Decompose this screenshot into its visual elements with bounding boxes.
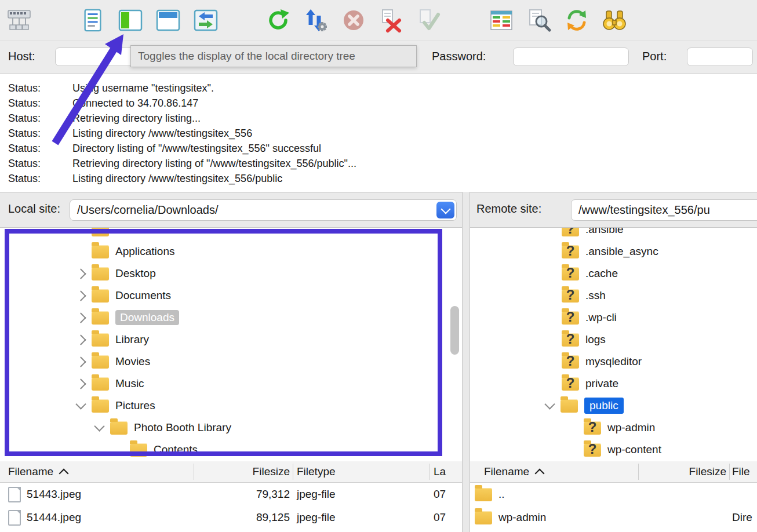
tree-item-library[interactable]: Library <box>0 329 462 351</box>
file-row[interactable]: 51443.jpeg 79,312 jpeg-file 07 <box>0 483 462 506</box>
unknown-folder-icon <box>562 245 579 258</box>
refresh-icon <box>265 8 291 33</box>
tree-item-wp-admin[interactable]: wp-admin <box>470 417 757 439</box>
chevron-right-icon[interactable] <box>70 336 92 344</box>
tree-item-contents[interactable]: Contents <box>0 439 462 461</box>
tree-item-pictures[interactable]: Pictures <box>0 395 462 417</box>
file-type: jpeg-file <box>297 483 336 506</box>
column-separator[interactable] <box>729 464 730 480</box>
folder-icon <box>561 399 578 413</box>
unknown-folder-icon <box>562 267 579 280</box>
unknown-folder-icon <box>562 355 579 369</box>
folder-icon <box>92 355 109 369</box>
tree-item-music[interactable]: Music <box>0 373 462 395</box>
port-input[interactable] <box>687 48 753 66</box>
column-separator[interactable] <box>430 464 430 480</box>
process-queue-button[interactable] <box>303 8 329 33</box>
find-files-button[interactable] <box>602 8 627 33</box>
transfer-queue-toggle-button[interactable] <box>193 8 219 33</box>
message-log-toggle-button[interactable] <box>80 8 105 33</box>
find-files-icon <box>602 8 627 33</box>
local-tree-toggle-button[interactable] <box>118 8 143 33</box>
status-line: Status:Connected to 34.70.86.147 <box>0 96 757 111</box>
tree-item-ansible-async[interactable]: .ansible_async <box>470 241 757 263</box>
column-separator[interactable] <box>293 464 293 480</box>
directory-comparison-button[interactable] <box>489 8 514 33</box>
tree-item-wp-cli[interactable]: .wp-cli <box>470 307 757 329</box>
tree-item-public[interactable]: public <box>470 395 757 417</box>
folder-icon <box>110 421 128 435</box>
tree-item-mysqleditor[interactable]: mysqleditor <box>470 351 757 373</box>
column-filetype[interactable]: File <box>732 461 750 482</box>
chevron-down-icon[interactable] <box>70 403 92 408</box>
folder-icon <box>475 506 492 529</box>
directory-filter-icon <box>526 8 552 33</box>
tree-item-downloads[interactable]: Downloads <box>0 307 462 329</box>
column-last-modified[interactable]: La <box>434 461 446 482</box>
cancel-button[interactable] <box>341 8 366 33</box>
reconnect-button[interactable] <box>416 8 442 33</box>
tree-item-applications[interactable]: Applications <box>0 241 462 263</box>
tree-item-ssh[interactable]: .ssh <box>470 285 757 307</box>
file-row[interactable]: .. <box>470 483 757 506</box>
directory-filter-button[interactable] <box>526 8 552 33</box>
remote-site-combo[interactable]: /www/testingsitex_556/pu <box>571 199 757 221</box>
unknown-folder-icon <box>584 443 601 457</box>
column-filesize[interactable]: Filesize <box>642 461 726 482</box>
status-line: Status:Using username "testingsitex". <box>0 81 757 96</box>
tree-row-clipped[interactable] <box>0 228 462 241</box>
file-size: 89,125 <box>197 506 290 529</box>
remote-directory-tree: .ansible .ansible_async .cache .ssh .wp-… <box>470 228 757 461</box>
file-row[interactable]: 51444.jpeg 89,125 jpeg-file 07 <box>0 506 462 529</box>
site-header-row: Local site: /Users/cornelia/Downloads/ R… <box>0 192 757 228</box>
folder-icon <box>92 377 109 391</box>
column-filesize[interactable]: Filesize <box>197 461 290 482</box>
column-separator[interactable] <box>194 464 194 480</box>
process-queue-icon <box>303 8 329 33</box>
tree-item-private[interactable]: private <box>470 373 757 395</box>
sort-asc-icon <box>59 468 69 478</box>
refresh-button[interactable] <box>265 8 291 33</box>
chevron-right-icon[interactable] <box>70 292 92 300</box>
tree-item-movies[interactable]: Movies <box>0 351 462 373</box>
chevron-right-icon[interactable] <box>70 314 92 322</box>
local-site-combo[interactable]: /Users/cornelia/Downloads/ <box>70 199 457 221</box>
local-file-list: 51443.jpeg 79,312 jpeg-file 07 51444.jpe… <box>0 483 462 532</box>
panel-splitter[interactable] <box>462 192 470 532</box>
chevron-down-icon[interactable] <box>538 403 561 408</box>
password-input[interactable] <box>513 48 629 66</box>
chevron-right-icon[interactable] <box>70 380 92 388</box>
chevron-right-icon[interactable] <box>70 270 92 278</box>
site-manager-button[interactable] <box>6 8 32 33</box>
tree-item-cache[interactable]: .cache <box>470 263 757 285</box>
tree-item-documents[interactable]: Documents <box>0 285 462 307</box>
password-label: Password: <box>432 50 486 63</box>
unknown-folder-icon <box>562 311 579 325</box>
synchronized-browsing-icon <box>564 8 589 33</box>
tooltip: Toggles the display of the local directo… <box>130 45 417 67</box>
file-row[interactable]: wp-admin Dire <box>470 506 757 529</box>
synchronized-browsing-button[interactable] <box>564 8 589 33</box>
column-filetype[interactable]: Filetype <box>297 461 336 482</box>
tree-item-ansible[interactable]: .ansible <box>470 228 757 241</box>
tree-item-wp-content[interactable]: wp-content <box>470 439 757 461</box>
scrollbar-thumb[interactable] <box>450 306 459 355</box>
unknown-folder-icon <box>562 228 579 236</box>
tooltip-text: Toggles the display of the local directo… <box>138 50 355 63</box>
column-filename[interactable]: Filename <box>8 461 67 482</box>
file-name: .. <box>498 483 505 506</box>
local-file-list-header: Filename Filesize Filetype La <box>0 461 462 483</box>
local-site-dropdown-button[interactable] <box>436 202 454 218</box>
folder-icon <box>475 483 492 506</box>
column-separator[interactable] <box>638 464 639 480</box>
remote-tree-toggle-button[interactable] <box>155 8 181 33</box>
chevron-right-icon[interactable] <box>70 358 92 366</box>
tree-item-logs[interactable]: logs <box>470 329 757 351</box>
disconnect-button[interactable] <box>378 8 404 33</box>
local-site-path: /Users/cornelia/Downloads/ <box>70 203 218 217</box>
tree-item-desktop[interactable]: Desktop <box>0 263 462 285</box>
chevron-down-icon[interactable] <box>88 425 110 430</box>
remote-file-list: .. wp-admin Dire <box>470 483 757 532</box>
column-filename[interactable]: Filename <box>484 461 543 482</box>
tree-item-photo-booth-library[interactable]: Photo Booth Library <box>0 417 462 439</box>
